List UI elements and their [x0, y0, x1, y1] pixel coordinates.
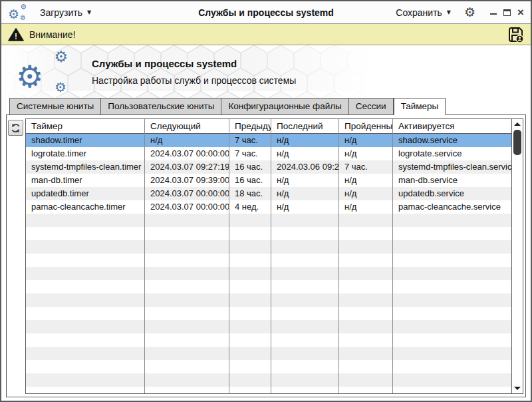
table-cell: 16 час. [229, 174, 271, 187]
table-cell: pamac-cleancache.service [393, 200, 511, 214]
table-cell: pamac-cleancache.timer [26, 200, 145, 214]
table-row[interactable]: pamac-cleancache.timer 2024.03.07 00:00:… [26, 200, 511, 214]
svg-text:!: ! [15, 31, 17, 41]
column-header-elapsed[interactable]: Пройденный [339, 119, 393, 133]
timers-table: Таймер Следующий Предыдущий Последний Пр… [25, 118, 523, 394]
table-cell: systemd-tmpfiles-clean.service [393, 160, 511, 174]
column-divider [144, 119, 145, 393]
settings-gear-icon[interactable]: ⚙ [464, 6, 475, 19]
warning-label: Внимание! [29, 29, 76, 40]
column-divider [271, 119, 271, 393]
scrollbar-track[interactable] [512, 129, 523, 383]
table-row[interactable]: logrotate.timer 2024.03.07 00:00:00 7 ча… [26, 147, 511, 160]
table-cell: shadow.service [393, 134, 511, 147]
table-cell: н/д [271, 187, 339, 200]
column-header-next[interactable]: Следующий [145, 119, 229, 133]
gear-icon: ⚙ [54, 49, 68, 65]
tab-bar: Системные юниты Пользовательские юниты К… [1, 98, 531, 115]
save-menu-button[interactable]: Сохранить ▼ [392, 5, 455, 21]
gear-icon: ⚙ [20, 15, 26, 21]
tab-config-files[interactable]: Конфигурационные файлы [221, 98, 348, 115]
load-menu-label: Загрузить [40, 7, 82, 18]
maximize-button[interactable] [503, 9, 511, 16]
table-cell: shadow.timer [26, 134, 145, 147]
vertical-scrollbar[interactable] [511, 119, 523, 393]
gear-icon: ⚙ [8, 8, 19, 21]
save-menu-label: Сохранить [396, 7, 442, 18]
page-subtitle: Настройка работы служб и процессов систе… [92, 75, 296, 86]
table-cell: 16 час. [229, 160, 271, 174]
column-divider [229, 119, 229, 393]
table-cell: man-db.timer [26, 174, 145, 187]
column-header-previous[interactable]: Предыдущий [229, 119, 271, 133]
save-floppy-icon[interactable] [507, 26, 524, 43]
gear-icon: ⚙ [55, 81, 66, 94]
page-title: Службы и процессы systemd [92, 58, 296, 69]
table-cell: 7 час. [229, 134, 271, 147]
table-cell: 7 час. [339, 160, 393, 174]
table-cell: logrotate.service [393, 147, 511, 160]
scroll-up-button[interactable] [512, 119, 523, 129]
table-cell: н/д [339, 200, 393, 214]
timers-panel: Таймер Следующий Предыдущий Последний Пр… [6, 114, 526, 397]
table-cell: man-db.service [393, 174, 511, 187]
table-header-row: Таймер Следующий Предыдущий Последний Пр… [26, 119, 511, 134]
table-cell: updatedb.timer [26, 187, 145, 200]
refresh-button[interactable] [8, 120, 23, 136]
chevron-down-icon: ▼ [447, 9, 451, 15]
page-header: ⚙ ⚙ ⚙ Службы и процессы systemd Настройк… [1, 45, 531, 98]
column-header-timer[interactable]: Таймер [26, 119, 145, 133]
table-cell: н/д [339, 147, 393, 160]
column-header-last[interactable]: Последний [271, 119, 339, 133]
table-cell: 18 час. [229, 187, 271, 200]
table-cell: updatedb.service [393, 187, 511, 200]
table-cell: н/д [271, 147, 339, 160]
app-gears-logo-icon: ⚙ ⚙ ⚙ [8, 4, 27, 21]
column-divider [338, 119, 339, 393]
table-cell: н/д [339, 187, 393, 200]
table-cell: н/д [339, 134, 393, 147]
table-cell: 7 час. [229, 147, 271, 160]
table-cell: 2024.03.07 00:00:00 [145, 147, 229, 160]
chevron-down-icon: ▼ [87, 9, 91, 15]
table-cell: systemd-tmpfiles-clean.timer [26, 160, 145, 174]
tab-sessions[interactable]: Сессии [349, 98, 394, 115]
close-button[interactable]: × [517, 8, 524, 17]
table-cell: 4 нед. [229, 200, 271, 214]
warning-triangle-icon: ! [8, 28, 24, 41]
table-cell: 2024.03.07 09:27:19 [145, 160, 229, 174]
refresh-icon [11, 123, 21, 133]
gear-icon: ⚙ [20, 3, 27, 11]
table-row[interactable]: systemd-tmpfiles-clean.timer 2024.03.07 … [26, 160, 511, 174]
warning-bar: ! Внимание! [1, 24, 531, 45]
table-cell: 2024.03.06 09:27 [271, 160, 339, 174]
table-cell: н/д [271, 200, 339, 214]
arrow-down-icon [514, 387, 521, 390]
tab-system-units[interactable]: Системные юниты [9, 98, 101, 115]
table-cell: 2024.03.07 00:00:00 [145, 200, 229, 214]
table-cell: н/д [271, 174, 339, 187]
gear-icon: ⚙ [16, 61, 43, 92]
titlebar: ⚙ ⚙ ⚙ Загрузить ▼ Службы и процессы syst… [1, 1, 531, 24]
table-cell: н/д [339, 174, 393, 187]
table-cell: н/д [271, 134, 339, 147]
tab-timers[interactable]: Таймеры [394, 98, 446, 115]
load-menu-button[interactable]: Загрузить ▼ [36, 5, 95, 21]
table-cell: logrotate.timer [26, 147, 145, 160]
scrollbar-thumb[interactable] [513, 130, 521, 155]
table-cell: н/д [145, 134, 229, 147]
scroll-down-button[interactable] [512, 383, 523, 393]
table-body: shadow.timer н/д 7 час. н/д н/д shadow.s… [26, 134, 511, 393]
table-row[interactable]: updatedb.timer 2024.03.07 00:00:00 18 ча… [26, 187, 511, 200]
window-controls: × [490, 8, 524, 17]
table-cell: 2024.03.07 00:00:00 [145, 187, 229, 200]
tab-user-units[interactable]: Пользовательские юниты [101, 98, 221, 115]
banner-gears-icon: ⚙ ⚙ ⚙ [16, 51, 70, 93]
column-header-activates[interactable]: Активируется [393, 119, 511, 133]
minimize-button[interactable] [490, 13, 497, 15]
app-window: ⚙ ⚙ ⚙ Загрузить ▼ Службы и процессы syst… [0, 0, 532, 402]
table-cell: 2024.03.07 09:39:00 [145, 174, 229, 187]
table-row[interactable]: man-db.timer 2024.03.07 09:39:00 16 час.… [26, 174, 511, 187]
column-divider [392, 119, 393, 393]
table-row[interactable]: shadow.timer н/д 7 час. н/д н/д shadow.s… [26, 134, 511, 147]
